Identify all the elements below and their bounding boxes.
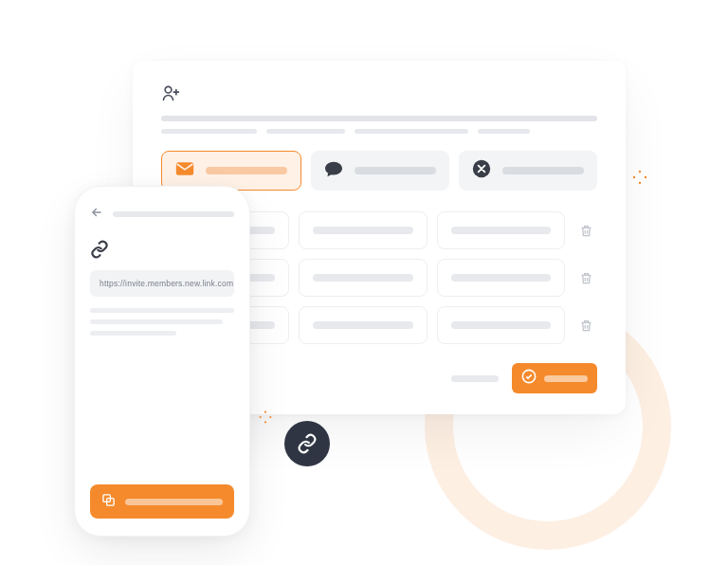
sparkle-icon: [258, 410, 273, 425]
svg-point-12: [260, 416, 262, 418]
copy-link-button[interactable]: [90, 484, 234, 519]
grid-cell[interactable]: [299, 211, 427, 249]
svg-point-6: [639, 171, 641, 173]
chip-close[interactable]: [459, 151, 597, 191]
svg-point-9: [645, 176, 646, 178]
check-circle-icon: [521, 369, 537, 388]
delete-row-button[interactable]: [574, 211, 597, 249]
phone-body-placeholder: [90, 308, 234, 336]
delete-row-button[interactable]: [574, 259, 597, 297]
envelope-icon: [175, 161, 194, 180]
grid-cell[interactable]: [299, 259, 427, 297]
panel-subtitle-placeholder: [161, 129, 597, 134]
add-user-icon: [161, 83, 597, 106]
grid-cell[interactable]: [437, 211, 565, 249]
confirm-button[interactable]: [512, 363, 597, 393]
svg-point-13: [269, 416, 271, 418]
svg-point-7: [639, 182, 641, 184]
grid-cell[interactable]: [437, 259, 565, 297]
back-icon[interactable]: [90, 206, 103, 223]
close-circle-icon: [472, 159, 491, 182]
svg-point-11: [264, 421, 266, 423]
svg-point-10: [264, 411, 266, 413]
link-icon: [90, 240, 234, 263]
copy-icon: [101, 493, 116, 511]
delete-row-button[interactable]: [574, 306, 597, 344]
sparkle-icon: [631, 169, 648, 186]
grid-cell[interactable]: [299, 306, 427, 344]
phone-mockup: https://invite.members.new.link.com: [74, 186, 250, 537]
svg-point-8: [633, 176, 635, 178]
link-badge-icon: [284, 421, 330, 466]
cancel-button[interactable]: [451, 375, 499, 382]
chip-chat[interactable]: [311, 151, 449, 191]
invite-url-box[interactable]: https://invite.members.new.link.com: [90, 270, 234, 297]
phone-title-placeholder: [113, 211, 234, 217]
panel-title-placeholder: [161, 116, 597, 121]
grid-cell[interactable]: [437, 306, 565, 344]
method-chips: [161, 151, 597, 191]
chat-bubble-icon: [324, 160, 343, 181]
chip-email[interactable]: [161, 151, 301, 191]
svg-point-0: [165, 86, 172, 93]
